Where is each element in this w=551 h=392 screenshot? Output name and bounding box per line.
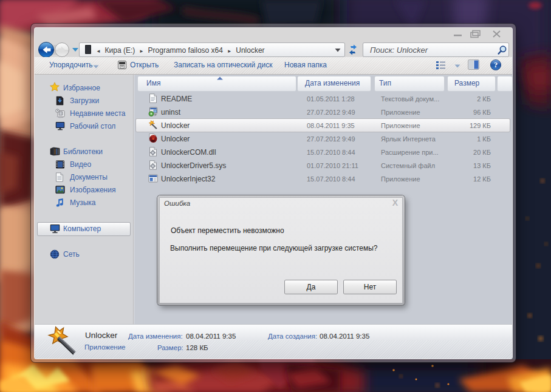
svg-text:?: ?: [494, 61, 498, 69]
